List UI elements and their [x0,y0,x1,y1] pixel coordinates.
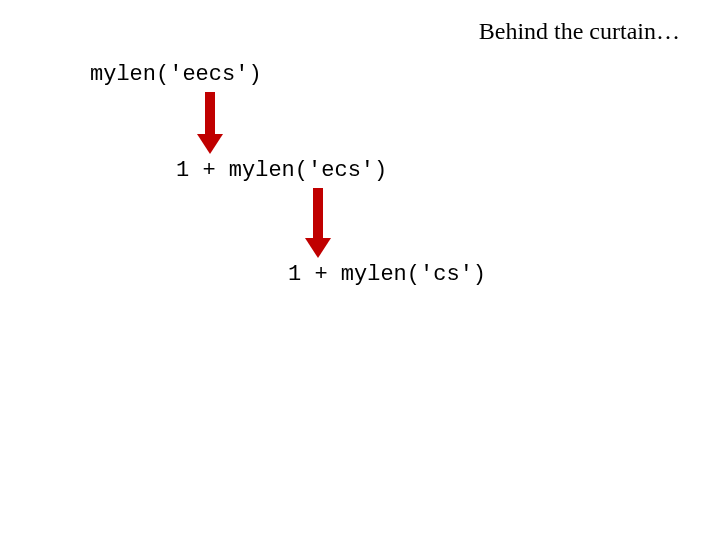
recursion-step-3: 1 + mylen('cs') [288,262,486,287]
slide-title: Behind the curtain… [479,18,680,45]
recursion-step-2: 1 + mylen('ecs') [176,158,387,183]
recursion-step-1: mylen('eecs') [90,62,262,87]
